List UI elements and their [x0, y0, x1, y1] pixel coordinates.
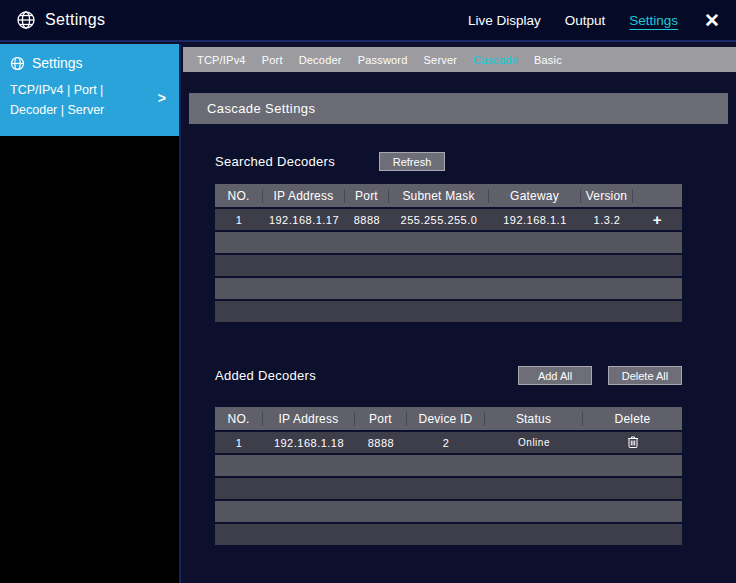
tab-decoder[interactable]: Decoder [291, 54, 350, 66]
column-header-no: NO. [215, 412, 263, 426]
tab-cascade[interactable]: Cascade [465, 54, 526, 66]
added-decoders-label: Added Decoders [215, 368, 316, 383]
searched-decoders-label: Searched Decoders [215, 154, 335, 169]
sidebar-title: Settings [32, 55, 83, 71]
searched-decoders-table: NO. IP Address Port Subnet Mask Gateway … [215, 184, 682, 322]
table-row: 1 192.168.1.17 8888 255.255.255.0 192.16… [215, 209, 682, 230]
cell-delete [583, 435, 682, 450]
column-header-port: Port [345, 189, 389, 203]
searched-decoders-header: Searched Decoders Refresh [215, 152, 736, 171]
window-title: Settings [45, 11, 105, 29]
globe-icon [16, 10, 36, 30]
table-row-empty [215, 232, 682, 253]
added-decoders-table: NO. IP Address Port Device ID Status Del… [215, 407, 682, 545]
refresh-button[interactable]: Refresh [379, 152, 445, 171]
cell-no: 1 [215, 214, 263, 226]
sidebar: Settings TCP/IPv4 | Port | Decoder | Ser… [0, 44, 181, 583]
column-header-gateway: Gateway [489, 189, 581, 203]
settings-tab-bar: TCP/IPv4 Port Decoder Password Server Ca… [183, 47, 736, 72]
table-row-empty [215, 501, 682, 522]
tab-password[interactable]: Password [350, 54, 416, 66]
column-header-ip-address: IP Address [263, 412, 355, 426]
cell-device-id: 2 [407, 437, 485, 449]
table-row: 1 192.168.1.18 8888 2 Online [215, 432, 682, 453]
title-bar: Settings Live Display Output Settings ✕ [0, 0, 736, 42]
cell-subnet-mask: 255.255.255.0 [389, 214, 489, 226]
nav-live-display[interactable]: Live Display [468, 13, 541, 28]
table-row-empty [215, 455, 682, 476]
tab-port[interactable]: Port [254, 54, 291, 66]
close-icon[interactable]: ✕ [704, 11, 720, 30]
section-title: Cascade Settings [207, 101, 315, 116]
tab-server[interactable]: Server [416, 54, 466, 66]
column-header-no: NO. [215, 189, 263, 203]
cell-port: 8888 [355, 437, 407, 449]
table-row-empty [215, 255, 682, 276]
chevron-right-icon: > [158, 90, 166, 106]
sidebar-subtitle: TCP/IPv4 | Port | Decoder | Server [10, 80, 132, 120]
column-header-version: Version [581, 189, 633, 203]
column-header-status: Status [485, 412, 583, 426]
cell-port: 8888 [345, 214, 389, 226]
table-row-empty [215, 478, 682, 499]
sidebar-title-row: Settings [10, 55, 169, 71]
trash-icon[interactable] [583, 435, 682, 448]
cell-ip-address: 192.168.1.18 [263, 437, 355, 449]
table-header-row: NO. IP Address Port Subnet Mask Gateway … [215, 184, 682, 207]
app-title-group: Settings [16, 10, 105, 30]
column-header-ip-address: IP Address [263, 189, 345, 203]
add-all-button[interactable]: Add All [518, 366, 592, 385]
status-badge: Online [485, 437, 583, 448]
sidebar-item-settings[interactable]: Settings TCP/IPv4 | Port | Decoder | Ser… [0, 44, 179, 136]
tab-basic[interactable]: Basic [526, 54, 570, 66]
globe-icon-small [10, 56, 25, 71]
column-header-delete: Delete [583, 412, 682, 426]
cell-ip-address: 192.168.1.17 [263, 214, 345, 226]
cell-gateway: 192.168.1.1 [489, 214, 581, 226]
cell-no: 1 [215, 437, 263, 449]
top-nav: Live Display Output Settings ✕ [444, 11, 720, 30]
table-row-empty [215, 524, 682, 545]
table-row-empty [215, 301, 682, 322]
cell-version: 1.3.2 [581, 214, 633, 226]
column-header-port: Port [355, 412, 407, 426]
add-decoder-button[interactable]: + [633, 212, 682, 227]
table-header-row: NO. IP Address Port Device ID Status Del… [215, 407, 682, 430]
added-decoders-header: Added Decoders Add All Delete All [215, 366, 682, 385]
delete-all-button[interactable]: Delete All [608, 366, 682, 385]
tab-tcp-ipv4[interactable]: TCP/IPv4 [189, 54, 254, 66]
table-row-empty [215, 278, 682, 299]
column-header-subnet-mask: Subnet Mask [389, 189, 489, 203]
nav-settings[interactable]: Settings [629, 13, 678, 28]
main-content: TCP/IPv4 Port Decoder Password Server Ca… [183, 44, 736, 583]
nav-output[interactable]: Output [565, 13, 606, 28]
column-header-device-id: Device ID [407, 412, 485, 426]
section-header: Cascade Settings [189, 93, 728, 124]
